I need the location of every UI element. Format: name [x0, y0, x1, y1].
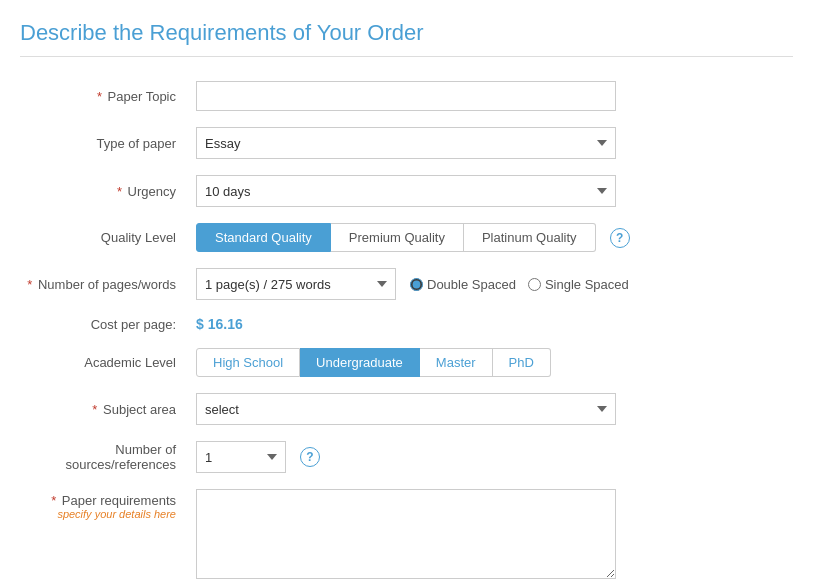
single-spaced-radio[interactable] — [528, 278, 541, 291]
paper-requirements-textarea[interactable] — [196, 489, 616, 579]
spacing-radio-group: Double Spaced Single Spaced — [410, 277, 629, 292]
type-of-paper-label: Type of paper — [97, 136, 177, 151]
paper-req-label-group: * Paper requirements specify your detail… — [26, 493, 176, 520]
type-of-paper-select[interactable]: Essay Research Paper Term Paper Thesis D… — [196, 127, 616, 159]
paper-topic-label: Paper Topic — [108, 89, 176, 104]
pages-group: 1 page(s) / 275 words 2 page(s) / 550 wo… — [196, 268, 787, 300]
sources-group: 1 2 3 4 5 ? — [196, 441, 787, 473]
sources-select[interactable]: 1 2 3 4 5 — [196, 441, 286, 473]
quality-standard-btn[interactable]: Standard Quality — [196, 223, 331, 252]
paper-topic-row: * Paper Topic — [20, 73, 793, 119]
paper-requirements-row: * Paper requirements specify your detail… — [20, 481, 793, 585]
page-title: Describe the Requirements of Your Order — [20, 20, 793, 57]
urgency-row: * Urgency 10 days 7 days 5 days 3 days 2… — [20, 167, 793, 215]
urgency-select[interactable]: 10 days 7 days 5 days 3 days 2 days 24 h… — [196, 175, 616, 207]
double-spaced-radio[interactable] — [410, 278, 423, 291]
required-star: * — [27, 277, 32, 292]
single-spaced-text: Single Spaced — [545, 277, 629, 292]
double-spaced-label[interactable]: Double Spaced — [410, 277, 516, 292]
single-spaced-label[interactable]: Single Spaced — [528, 277, 629, 292]
academic-high-school-btn[interactable]: High School — [196, 348, 300, 377]
required-star: * — [92, 402, 97, 417]
quality-level-row: Quality Level Standard Quality Premium Q… — [20, 215, 793, 260]
paper-topic-input[interactable] — [196, 81, 616, 111]
subject-area-row: * Subject area select Literature History… — [20, 385, 793, 433]
urgency-label: Urgency — [128, 184, 176, 199]
pages-select[interactable]: 1 page(s) / 275 words 2 page(s) / 550 wo… — [196, 268, 396, 300]
sources-label: Number ofsources/references — [65, 442, 176, 472]
subject-area-label: Subject area — [103, 402, 176, 417]
academic-phd-btn[interactable]: PhD — [493, 348, 551, 377]
required-star: * — [97, 89, 102, 104]
paper-req-label: Paper requirements — [62, 493, 176, 508]
subject-area-select[interactable]: select Literature History Science Math — [196, 393, 616, 425]
type-of-paper-row: Type of paper Essay Research Paper Term … — [20, 119, 793, 167]
required-star: * — [117, 184, 122, 199]
cost-per-page-label: Cost per page: — [91, 317, 176, 332]
quality-premium-btn[interactable]: Premium Quality — [331, 223, 464, 252]
cost-per-page-value: $ 16.16 — [196, 316, 243, 332]
double-spaced-text: Double Spaced — [427, 277, 516, 292]
quality-platinum-btn[interactable]: Platinum Quality — [464, 223, 596, 252]
required-star: * — [51, 493, 56, 508]
academic-level-label: Academic Level — [84, 355, 176, 370]
paper-req-sublabel: specify your details here — [26, 508, 176, 520]
academic-level-row: Academic Level High School Undergraduate… — [20, 340, 793, 385]
pages-words-label: Number of pages/words — [38, 277, 176, 292]
sources-row: Number ofsources/references 1 2 3 4 5 ? — [20, 433, 793, 481]
quality-btn-group: Standard Quality Premium Quality Platinu… — [196, 223, 596, 252]
pages-words-row: * Number of pages/words 1 page(s) / 275 … — [20, 260, 793, 308]
cost-per-page-row: Cost per page: $ 16.16 — [20, 308, 793, 340]
quality-help-icon[interactable]: ? — [610, 228, 630, 248]
academic-master-btn[interactable]: Master — [420, 348, 493, 377]
sources-help-icon[interactable]: ? — [300, 447, 320, 467]
quality-level-label: Quality Level — [101, 230, 176, 245]
academic-btn-group: High School Undergraduate Master PhD — [196, 348, 787, 377]
academic-undergraduate-btn[interactable]: Undergraduate — [300, 348, 420, 377]
